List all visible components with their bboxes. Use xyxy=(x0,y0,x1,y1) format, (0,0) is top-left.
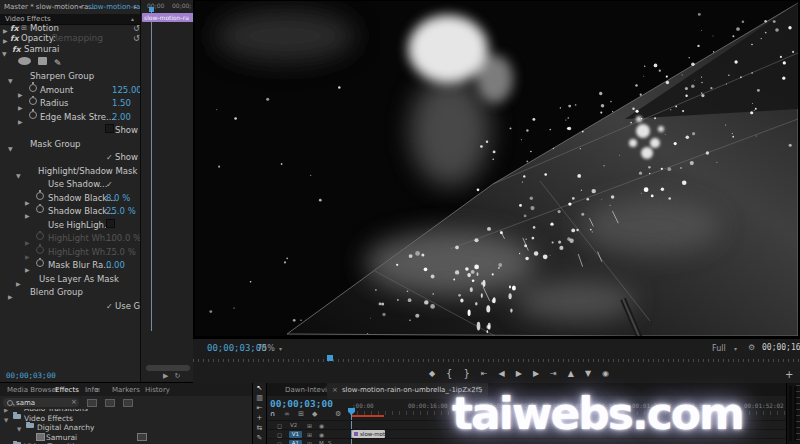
stopwatch-icon[interactable] xyxy=(29,84,37,92)
param-value[interactable]: 8.0 % xyxy=(106,192,130,206)
export-frame-button[interactable]: ◉ xyxy=(602,370,609,378)
track-target-v2[interactable]: V2 xyxy=(290,422,297,428)
mark-out-button[interactable]: } xyxy=(463,369,469,379)
monitor-playhead[interactable] xyxy=(327,355,333,361)
stopwatch-icon[interactable] xyxy=(36,259,44,267)
close-icon[interactable]: × xyxy=(332,386,338,394)
tab-media-browser[interactable]: Media Browser xyxy=(7,386,59,394)
go-to-in-button[interactable]: ⇤ xyxy=(481,370,488,378)
track-target-v1[interactable]: V1 xyxy=(289,431,302,438)
sync-lock-icon[interactable]: ⊞ xyxy=(307,422,312,429)
mini-clip[interactable]: slow-motion-ra xyxy=(142,13,193,22)
timeline-display-settings-button[interactable]: ⊞ xyxy=(298,410,304,418)
toggle-track-output-eye-icon[interactable]: ◉ xyxy=(319,422,324,429)
track-select-tool[interactable]: ▥ xyxy=(253,393,266,403)
scroll-right-icon[interactable]: ▸ xyxy=(134,3,137,10)
sync-lock-icon[interactable]: ⊞ xyxy=(307,440,312,444)
pen-tool[interactable]: ✎ xyxy=(253,433,266,443)
monitor-mini-ruler[interactable] xyxy=(193,356,800,362)
step-forward-button[interactable]: ▶ xyxy=(533,370,539,378)
ripple-edit-tool[interactable]: ⇤ xyxy=(253,403,266,413)
tree-item-samurai[interactable]: Samurai xyxy=(0,433,252,443)
checkmark-icon[interactable]: ✓ xyxy=(106,178,113,192)
lock-icon[interactable]: ◻ xyxy=(277,440,282,444)
checkbox[interactable] xyxy=(106,219,115,228)
solo-button[interactable]: S xyxy=(328,440,332,444)
chevron-down-icon[interactable]: ▾ xyxy=(79,3,82,10)
checkmark-icon[interactable]: ✓ xyxy=(106,151,113,165)
sync-lock-icon[interactable]: ⊞ xyxy=(307,431,312,438)
track-target-a1[interactable]: A1 xyxy=(289,440,302,444)
collapse-icon[interactable]: ▴ xyxy=(131,15,134,22)
chevron-down-icon[interactable]: ▾ xyxy=(734,345,737,352)
effect-controls-timecode[interactable]: 00;00;03;00 xyxy=(6,371,56,380)
param-value[interactable]: 25.0 % xyxy=(106,205,136,219)
ruler-label: 00:00:16:00 xyxy=(408,402,448,409)
stopwatch-icon[interactable] xyxy=(36,232,44,240)
chevron-down-icon[interactable]: ▾ xyxy=(279,345,282,352)
yuv-effects-badge-icon[interactable] xyxy=(123,399,133,407)
linked-selection-button[interactable]: ∞ xyxy=(284,410,290,418)
effect-row-show-sharpening: Show Sharpening xyxy=(0,124,140,138)
timeline-settings-button[interactable]: ⚙ xyxy=(335,410,341,418)
step-back-button[interactable]: ◀ xyxy=(499,370,505,378)
lift-button[interactable]: ▲ xyxy=(568,370,574,378)
tab-markers[interactable]: Markers xyxy=(112,386,140,394)
clip-tab[interactable]: slow-motion-rain-on... xyxy=(88,3,140,11)
tree-item-digital-anarchy[interactable]: ▼Digital Anarchy xyxy=(0,423,252,433)
mark-in-button[interactable]: { xyxy=(446,369,452,379)
reset-icon[interactable]: ↺ xyxy=(133,34,140,44)
snap-button[interactable]: ∩ xyxy=(270,410,275,418)
tree-item-video-effects[interactable]: ▼Video Effects xyxy=(0,414,252,424)
selection-tool[interactable]: ↖ xyxy=(253,383,266,393)
mute-button[interactable]: M xyxy=(319,440,324,444)
extract-button[interactable]: ▼ xyxy=(585,370,591,378)
param-value[interactable]: 75.0 % xyxy=(106,246,136,260)
search-input[interactable]: sama xyxy=(16,399,35,407)
play-button[interactable]: ▶ xyxy=(516,370,522,378)
go-to-out-button[interactable]: ⇥ xyxy=(550,370,557,378)
stopwatch-icon[interactable] xyxy=(36,205,44,213)
audio-meter[interactable] xyxy=(786,383,800,444)
effects-search-box[interactable]: sama × xyxy=(3,398,79,407)
checkmark-icon[interactable]: ✓ xyxy=(106,300,113,314)
settings-wrench-icon[interactable]: ⚙ xyxy=(748,343,755,352)
timeline-clip[interactable]: slow-mot xyxy=(352,430,385,438)
accelerated-effects-badge-icon[interactable] xyxy=(87,399,97,407)
32bit-effects-badge-icon[interactable] xyxy=(105,399,115,407)
add-marker-button[interactable]: ◆ xyxy=(312,410,317,418)
param-value[interactable]: 0.00 xyxy=(106,259,125,273)
param-value[interactable]: 100.0 % xyxy=(106,232,141,246)
razor-tool[interactable]: + xyxy=(253,413,266,423)
ellipse-mask-icon[interactable] xyxy=(18,57,31,65)
tab-info[interactable]: Info xyxy=(85,386,98,394)
zoom-level-dropdown[interactable]: 75% xyxy=(257,344,275,353)
lock-icon[interactable]: ◻ xyxy=(277,422,282,429)
tree-label: Digital Anarchy xyxy=(37,423,94,433)
param-value[interactable]: 2.00 xyxy=(112,111,131,125)
mini-scrollbar[interactable] xyxy=(146,365,190,371)
param-value[interactable]: 1.50 xyxy=(112,97,131,111)
toggle-track-output-eye-icon[interactable]: ◉ xyxy=(319,431,324,438)
stopwatch-icon[interactable] xyxy=(29,97,37,105)
stopwatch-icon[interactable] xyxy=(36,192,44,200)
play-around-loop-icons[interactable]: ▶↻ xyxy=(163,372,186,380)
param-name: Radius xyxy=(40,97,69,111)
stopwatch-icon[interactable] xyxy=(36,246,44,254)
tab-history[interactable]: History xyxy=(145,386,170,394)
param-value[interactable]: 125.00 xyxy=(112,84,142,98)
add-marker-button[interactable]: ◆ xyxy=(429,370,435,378)
effect-controls-mini-timeline[interactable]: 00;00 00;00; slow-motion-ra xyxy=(140,0,193,382)
reset-icon[interactable]: ↺ xyxy=(133,24,140,34)
rectangle-mask-icon[interactable] xyxy=(38,57,47,65)
slip-tool[interactable]: ⇆ xyxy=(253,423,266,433)
lock-icon[interactable]: ◻ xyxy=(277,431,282,438)
stopwatch-icon[interactable] xyxy=(29,111,37,119)
clear-search-icon[interactable]: × xyxy=(71,398,77,406)
checkbox[interactable] xyxy=(105,124,114,133)
timeline-timecode[interactable]: 00;00;03;00 xyxy=(270,398,333,409)
pen-mask-icon[interactable]: ✎ xyxy=(54,57,62,71)
tab-effects[interactable]: Effects xyxy=(55,386,79,394)
button-editor-plus[interactable]: + xyxy=(785,369,793,380)
playback-resolution-dropdown[interactable]: Full xyxy=(712,344,726,353)
